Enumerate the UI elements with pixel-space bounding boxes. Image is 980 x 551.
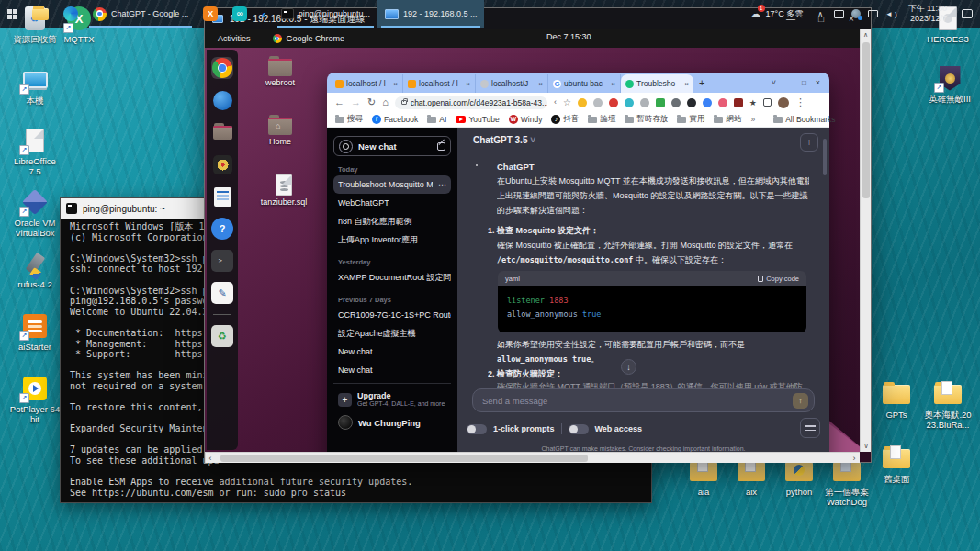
extension-icon[interactable] [718, 98, 727, 107]
bookmark-facebook[interactable]: fFacebook [372, 115, 418, 124]
chat-item[interactable]: XAMPP DocumentRoot 設定問題 [333, 268, 451, 287]
taskbar-rdp-window-active[interactable]: 192 - 192.168.0.5 ... [377, 0, 485, 28]
extension-icon[interactable] [656, 98, 665, 107]
pin-extension-icon[interactable]: ★ [749, 98, 757, 107]
rdp-horizontal-scrollbar[interactable]: ‹ › [205, 452, 860, 463]
chrome-maximize-icon[interactable]: □ [802, 79, 806, 87]
ubuntu-icon-webroot[interactable]: webroot [253, 59, 308, 88]
send-icon[interactable]: ↑ [793, 393, 808, 409]
chrome-close-icon[interactable]: × [816, 78, 820, 87]
side-panel-icon[interactable] [763, 98, 772, 107]
activities-button[interactable]: Activities [205, 34, 264, 43]
tab-close-icon[interactable]: × [538, 80, 543, 88]
desktop-icon-potplayer[interactable]: PotPlayer 64 bit [7, 375, 62, 425]
taskbar-xampp[interactable]: X [196, 0, 225, 28]
chat-item[interactable]: 上傳App Inventor應用 [333, 231, 451, 249]
extension-icon[interactable] [671, 98, 681, 107]
profile-avatar[interactable] [778, 97, 789, 108]
taskbar-chrome-window[interactable]: ChatGPT - Google ... [85, 0, 196, 28]
focused-app-menu[interactable]: Google Chrome [264, 34, 355, 43]
rdp-window[interactable]: 192 - 192.168.0.5 - 遠端桌面連線 — □ × Activit… [204, 7, 872, 463]
bookmark-folder[interactable]: 暫時存放 [625, 114, 668, 125]
desktop-icon-old-desktop[interactable]: 舊桌面 [873, 444, 920, 484]
dock-rhythmbox-icon[interactable] [211, 153, 233, 175]
dock-trash-icon[interactable]: ♻ [211, 325, 233, 347]
bookmark-star-icon[interactable]: ☆ [563, 98, 571, 107]
tab-close-icon[interactable]: × [393, 80, 398, 88]
desktop-icon-python[interactable]: python [775, 457, 823, 497]
desktop-icon-aix[interactable]: aix [727, 457, 775, 497]
share-icon[interactable]: ↑ [800, 133, 818, 152]
extension-icon[interactable] [734, 98, 743, 107]
scroll-up-icon[interactable]: ∧ [861, 31, 871, 39]
chat-scrollbar[interactable] [823, 139, 827, 175]
home-icon[interactable]: ⌂ [382, 97, 389, 107]
tab-localhost-2[interactable]: localhost / l× [403, 74, 476, 93]
tray-display-icon[interactable] [864, 0, 882, 28]
extension-icon[interactable] [593, 98, 603, 107]
bookmark-tiktok[interactable]: ♪抖音 [551, 114, 579, 125]
tab-localhost-3[interactable]: localhost/J× [476, 74, 548, 93]
copy-code-button[interactable]: Copy code [758, 275, 799, 283]
one-click-prompts-toggle[interactable] [467, 424, 487, 434]
tray-hidden-icons[interactable]: ∧ [810, 0, 830, 28]
profile-button[interactable]: Wu ChungPing [333, 411, 451, 433]
tab-troubleshoot-active[interactable]: Troublesho× [621, 74, 693, 93]
desktop-icon-libreoffice[interactable]: LibreOffice 7.5 [7, 127, 62, 177]
tab-localhost-1[interactable]: localhost / l× [331, 74, 403, 93]
chat-item[interactable]: 設定Apache虛擬主機 [333, 324, 451, 343]
tab-close-icon[interactable]: × [466, 80, 470, 88]
gnome-clock[interactable]: Dec 7 15:30 [546, 32, 591, 41]
taskbar-vscode[interactable]: ‹ [254, 0, 273, 28]
desktop-icon-aia[interactable]: aia [680, 457, 727, 497]
new-tab-button[interactable]: + [699, 77, 704, 88]
tray-volume-icon[interactable]: ◄) [882, 0, 901, 28]
upgrade-button[interactable]: + UpgradeGet GPT-4, DALL-E, and more [333, 388, 451, 411]
desktop-icon-rufus[interactable]: rufus-4.2 [7, 250, 62, 289]
tray-window-icon[interactable] [830, 0, 848, 28]
chat-item[interactable]: n8n 自動化應用範例 [333, 212, 451, 231]
extension-icon[interactable] [687, 98, 696, 107]
chat-item[interactable]: New chat [333, 343, 451, 361]
extension-icon[interactable] [703, 98, 712, 107]
chrome-menu-icon[interactable]: ⋮ [795, 97, 805, 107]
scrollbar-thumb[interactable] [220, 455, 588, 462]
dock-libreoffice-icon[interactable] [211, 186, 233, 208]
taskbar-teal-app[interactable]: ∞ [225, 0, 254, 28]
address-bar[interactable]: chat.openai.com/c/d4e923a1-b58a-43... [395, 96, 547, 109]
desktop-icon-gpts[interactable]: GPTs [873, 380, 920, 420]
dock-text-editor-icon[interactable]: ✎ [211, 282, 233, 304]
scroll-left-icon[interactable]: ‹ [206, 454, 215, 463]
chrome-minimize-icon[interactable]: — [785, 79, 793, 87]
taskbar-weather[interactable]: ☁1 17°C 多雲 [743, 0, 811, 28]
chat-item-menu-icon[interactable]: ⋯ [438, 180, 446, 189]
dock-help-icon[interactable]: ? [211, 218, 233, 240]
bookmark-youtube[interactable]: YouTube [456, 115, 499, 124]
back-icon[interactable]: ← [334, 97, 344, 107]
desktop-icon-heroes3-game[interactable]: 英雄無敵III [922, 64, 977, 104]
extension-icon[interactable] [640, 98, 649, 107]
desktop-icon-virtualbox[interactable]: Oracle VM VirtualBox [7, 188, 62, 239]
all-bookmarks-button[interactable]: All Bookmarks [773, 115, 835, 124]
action-center-icon[interactable] [954, 0, 980, 28]
taskbar-edge[interactable] [56, 0, 85, 28]
chat-item[interactable]: WebChatGPT [333, 194, 451, 212]
dock-files-icon[interactable] [211, 121, 233, 143]
tab-close-icon[interactable]: × [684, 80, 689, 88]
ubuntu-icon-home[interactable]: ⌂ Home [253, 118, 308, 147]
desktop-icon-oppenheimer[interactable]: 奧本海默.2023.BluRa... [922, 380, 974, 431]
desktop-icon-watchdog[interactable]: 第一個專案WatchDog [823, 457, 871, 508]
web-access-toggle[interactable] [569, 424, 589, 434]
new-chat-button[interactable]: New chat [333, 136, 451, 156]
bookmark-folder[interactable]: 實用 [677, 114, 704, 125]
bookmark-windy[interactable]: WWindy [509, 115, 543, 124]
tab-close-icon[interactable]: × [611, 80, 615, 88]
desktop-icon-aistarter[interactable]: aiStarter [7, 312, 62, 352]
taskbar-cmd-window[interactable]: ping@pingubuntu... [274, 0, 377, 28]
bookmark-folder[interactable]: 網站 [714, 114, 741, 125]
bookmark-folder[interactable]: AI [427, 115, 446, 124]
taskbar-file-explorer[interactable] [25, 0, 56, 28]
scroll-right-icon[interactable]: › [849, 454, 860, 463]
start-button[interactable] [0, 0, 25, 28]
chat-item[interactable]: CCR1009-7G-1C-1S+PC Router M [333, 306, 451, 324]
